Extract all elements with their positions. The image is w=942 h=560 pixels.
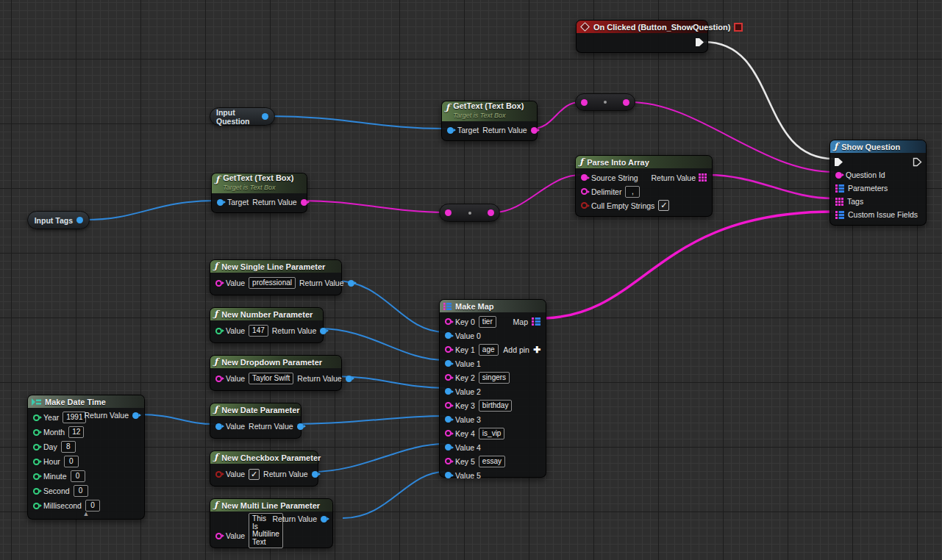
value4-pin[interactable] (445, 444, 452, 450)
node-new-number-parameter[interactable]: ƒ New Number Parameter Value 147 Return … (210, 307, 324, 343)
map-out-pin-icon[interactable] (532, 317, 540, 326)
key1-pin[interactable] (445, 346, 452, 353)
wire-checkbox-to-value4[interactable] (312, 444, 445, 472)
source-string-pin[interactable] (581, 174, 588, 181)
value-field[interactable]: 147 (249, 325, 268, 337)
node-new-checkbox-parameter[interactable]: ƒ New Checkbox Parameter Value ✓ Return … (210, 450, 318, 487)
question-id-pin[interactable] (835, 172, 842, 179)
node-header[interactable]: On Clicked (Button_ShowQuestion) (577, 21, 707, 33)
value5-pin[interactable] (445, 472, 452, 478)
wire-date-to-value3[interactable] (296, 416, 445, 424)
node-header[interactable]: ƒ New Dropdown Parameter (210, 356, 341, 368)
key3-field[interactable]: birthday (479, 400, 513, 412)
target-pin[interactable] (217, 199, 224, 206)
minute-pin[interactable] (33, 473, 40, 480)
array-pin-icon[interactable] (699, 173, 707, 182)
node-header[interactable]: ƒ Parse Into Array (576, 156, 712, 168)
return-value-pin[interactable] (321, 516, 327, 523)
node-header[interactable]: ƒ New Date Parameter (210, 403, 301, 416)
value-pin[interactable] (215, 533, 222, 539)
cull-checkbox[interactable]: ✓ (658, 200, 669, 211)
wire-inputtags-to-gettext-target[interactable] (85, 201, 216, 220)
exec-in-pin[interactable] (834, 157, 843, 167)
delimiter-pin[interactable] (581, 188, 588, 195)
node-header[interactable]: Make Date Time (28, 395, 144, 408)
wire-inputquestion-to-gettext-target[interactable] (269, 116, 446, 129)
array-pin-icon[interactable] (835, 198, 843, 206)
key2-pin[interactable] (445, 374, 452, 381)
second-pin[interactable] (33, 488, 40, 495)
month-field[interactable]: 12 (68, 426, 84, 438)
wire-reroute2-to-sourcestring[interactable] (494, 175, 580, 212)
node-parse-into-array[interactable]: ƒ Parse Into Array Source String Return … (575, 155, 713, 217)
reroute-in-pin[interactable] (581, 99, 588, 106)
wire-exec-onclicked-to-showquestion[interactable] (704, 42, 834, 159)
node-new-date-parameter[interactable]: ƒ New Date Parameter Value Return Value (210, 403, 301, 439)
delimiter-field[interactable]: , (625, 186, 640, 198)
variable-input-question[interactable]: Input Question (210, 107, 275, 126)
add-pin-control[interactable]: Add pin ✚ (503, 342, 540, 356)
value3-pin[interactable] (445, 416, 452, 423)
value-field[interactable]: professional (249, 277, 296, 289)
node-on-clicked-event[interactable]: On Clicked (Button_ShowQuestion) (576, 20, 708, 53)
key4-field[interactable]: is_vip (479, 428, 505, 439)
node-gettext-question[interactable]: ƒ GetText (Text Box) Target is Text Box … (441, 101, 538, 141)
value0-pin[interactable] (445, 332, 452, 339)
variable-out-pin[interactable] (76, 217, 83, 223)
node-header[interactable]: ƒ GetText (Text Box) Target is Text Box (212, 173, 307, 193)
node-header[interactable]: ƒ GetText (Text Box) Target is Text Box (442, 101, 537, 121)
return-value-pin[interactable] (346, 376, 352, 382)
map-pin-icon[interactable] (835, 211, 844, 219)
hour-pin[interactable] (33, 459, 40, 465)
return-value-pin[interactable] (312, 471, 318, 478)
day-pin[interactable] (33, 444, 40, 450)
node-new-multi-line-parameter[interactable]: ƒ New Multi Line Parameter Value This Is… (210, 498, 333, 548)
node-header[interactable]: Make Map (440, 300, 546, 312)
node-show-question[interactable]: ƒ Show Question Question Id Parameters T… (829, 140, 927, 226)
collapse-arrow-icon[interactable]: ▲ (28, 511, 144, 517)
exec-out-pin[interactable] (695, 37, 704, 47)
value-checkbox[interactable]: ✓ (249, 469, 260, 480)
key4-pin[interactable] (445, 430, 452, 437)
node-header[interactable]: ƒ New Multi Line Parameter (210, 499, 332, 511)
map-pin-icon[interactable] (835, 184, 844, 193)
reroute-out-pin[interactable] (488, 209, 494, 216)
millisecond-pin[interactable] (33, 503, 40, 509)
value1-pin[interactable] (445, 360, 452, 367)
node-header[interactable]: ƒ New Checkbox Parameter (210, 451, 318, 464)
node-new-dropdown-parameter[interactable]: ƒ New Dropdown Parameter Value Taylor Sw… (210, 355, 342, 391)
cull-empty-strings-pin[interactable] (581, 202, 588, 209)
year-pin[interactable] (33, 414, 40, 421)
reroute-node-question[interactable] (575, 93, 635, 111)
day-field[interactable]: 8 (61, 441, 76, 453)
return-value-pin[interactable] (320, 328, 327, 334)
return-value-pin[interactable] (297, 423, 304, 430)
target-pin[interactable] (447, 127, 454, 134)
minute-field[interactable]: 0 (71, 470, 85, 482)
wire-multiline-to-value5[interactable] (343, 472, 445, 518)
blueprint-graph-canvas[interactable]: On Clicked (Button_ShowQuestion) ƒ GetTe… (0, 0, 942, 560)
month-pin[interactable] (33, 429, 40, 436)
delegate-pin[interactable] (734, 23, 743, 32)
wire-singleline-to-value0[interactable] (335, 281, 445, 332)
key0-field[interactable]: tier (479, 316, 496, 328)
return-value-pin[interactable] (132, 412, 139, 419)
reroute-out-pin[interactable] (623, 99, 629, 106)
value-field[interactable]: Taylor Swift (249, 373, 293, 384)
key5-pin[interactable] (445, 458, 452, 464)
value-pin[interactable] (215, 471, 222, 478)
wire-gettext-return-to-reroute1[interactable] (532, 102, 580, 129)
node-header[interactable]: ƒ Show Question (830, 140, 926, 153)
node-make-map[interactable]: Make Map Key 0 tier Value 0 Key 1 age Va… (439, 299, 546, 478)
node-make-date-time[interactable]: Make Date Time Year 1991 Month 12 Day 8 … (27, 395, 145, 520)
reroute-in-pin[interactable] (445, 209, 452, 216)
hour-field[interactable]: 0 (64, 456, 79, 467)
return-value-pin[interactable] (348, 280, 354, 287)
key1-field[interactable]: age (479, 344, 499, 356)
variable-input-tags[interactable]: Input Tags (27, 211, 90, 229)
value2-pin[interactable] (445, 388, 452, 395)
node-header[interactable]: ƒ New Number Parameter (210, 308, 323, 320)
reroute-node-tags[interactable] (439, 204, 500, 222)
exec-out-pin[interactable] (913, 157, 922, 167)
return-value-pin[interactable] (531, 127, 538, 134)
